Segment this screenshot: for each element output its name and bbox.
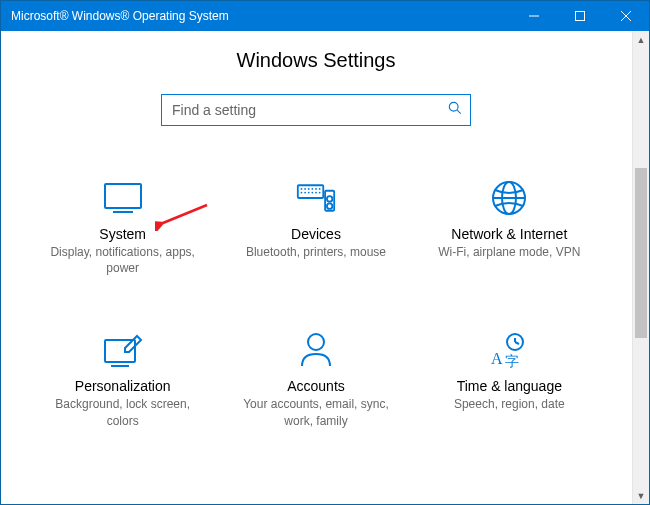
window-title: Microsoft® Windows® Operating System	[1, 9, 511, 23]
time-language-icon: A 字	[489, 330, 529, 370]
search-icon	[448, 101, 462, 119]
scroll-trough[interactable]	[633, 48, 649, 487]
tile-desc: Wi-Fi, airplane mode, VPN	[438, 244, 580, 260]
page-title: Windows Settings	[237, 49, 396, 72]
svg-line-32	[515, 342, 519, 344]
tile-title: System	[99, 226, 146, 242]
tile-personalization[interactable]: Personalization Background, lock screen,…	[36, 330, 209, 428]
tile-title: Personalization	[75, 378, 171, 394]
svg-point-4	[449, 102, 458, 111]
tile-network[interactable]: Network & Internet Wi-Fi, airplane mode,…	[423, 178, 596, 276]
personalization-icon	[103, 330, 143, 370]
tile-desc: Display, notifications, apps, power	[38, 244, 208, 276]
display-icon	[103, 178, 143, 218]
svg-point-29	[308, 334, 324, 350]
app-window: Microsoft® Windows® Operating System Win…	[0, 0, 650, 505]
globe-icon	[489, 178, 529, 218]
scroll-thumb[interactable]	[635, 168, 647, 338]
tile-title: Devices	[291, 226, 341, 242]
svg-point-22	[327, 196, 332, 201]
tile-accounts[interactable]: Accounts Your accounts, email, sync, wor…	[229, 330, 402, 428]
svg-text:A: A	[491, 350, 503, 367]
tile-desc: Speech, region, date	[454, 396, 565, 412]
tile-time-language[interactable]: A 字 Time & language Speech, region, date	[423, 330, 596, 428]
titlebar: Microsoft® Windows® Operating System	[1, 1, 649, 31]
scrollbar[interactable]: ▲ ▼	[632, 31, 649, 504]
content-area: Windows Settings System Display	[1, 31, 631, 504]
viewport: Windows Settings System Display	[1, 31, 649, 504]
maximize-icon	[575, 11, 585, 21]
tile-desc: Bluetooth, printers, mouse	[246, 244, 386, 260]
tile-devices[interactable]: Devices Bluetooth, printers, mouse	[229, 178, 402, 276]
tile-system[interactable]: System Display, notifications, apps, pow…	[36, 178, 209, 276]
tile-title: Accounts	[287, 378, 345, 394]
tile-title: Network & Internet	[451, 226, 567, 242]
tile-desc: Background, lock screen, colors	[38, 396, 208, 428]
person-icon	[296, 330, 336, 370]
close-button[interactable]	[603, 1, 649, 31]
minimize-icon	[529, 11, 539, 21]
svg-rect-1	[576, 12, 585, 21]
svg-point-23	[327, 203, 332, 208]
close-icon	[621, 11, 631, 21]
svg-rect-6	[105, 184, 141, 208]
scroll-down-button[interactable]: ▼	[633, 487, 649, 504]
settings-grid: System Display, notifications, apps, pow…	[36, 178, 596, 429]
svg-rect-8	[298, 185, 323, 198]
devices-icon	[296, 178, 336, 218]
svg-text:字: 字	[505, 354, 519, 368]
svg-line-5	[457, 110, 461, 114]
maximize-button[interactable]	[557, 1, 603, 31]
minimize-button[interactable]	[511, 1, 557, 31]
scroll-up-button[interactable]: ▲	[633, 31, 649, 48]
tile-title: Time & language	[457, 378, 562, 394]
tile-desc: Your accounts, email, sync, work, family	[231, 396, 401, 428]
search-box[interactable]	[161, 94, 471, 126]
search-input[interactable]	[172, 102, 448, 118]
